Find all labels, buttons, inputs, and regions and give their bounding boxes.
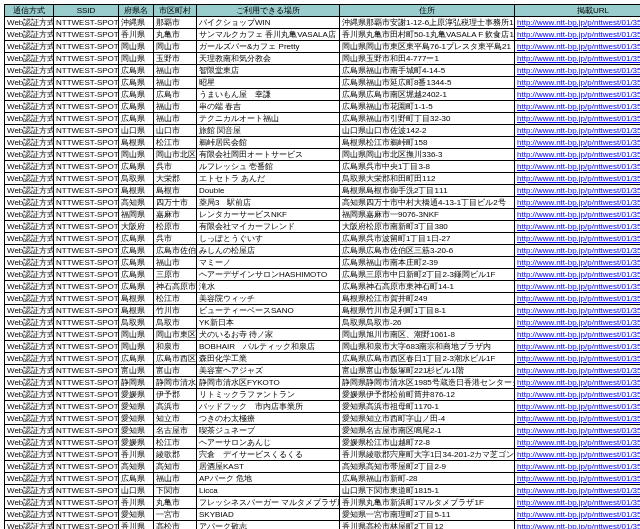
cell: Double — [197, 185, 340, 197]
table-row: Web認証方式NTTWEST-SPOT岡山県岡山市東区犬のいるお寺 待ノ家岡山県… — [5, 329, 641, 341]
url-link[interactable]: http://www.ntt-bp.jp/p/nttwest/01/35183 — [517, 210, 640, 219]
url-link[interactable]: http://www.ntt-bp.jp/p/nttwest/01/35179 — [517, 162, 640, 171]
cell: しっぽとうぐいす — [197, 233, 340, 245]
cell: NTTWEST-SPOT — [54, 329, 119, 341]
url-link[interactable]: http://www.ntt-bp.jp/p/nttwest/01/35168 — [517, 30, 640, 39]
cell: NTTWEST-SPOT — [54, 137, 119, 149]
url-link[interactable]: http://www.ntt-bp.jp/p/nttwest/01/35174 — [517, 102, 640, 111]
url-link[interactable]: http://www.ntt-bp.jp/p/nttwest/01/35208 — [517, 510, 640, 519]
cell-url: http://www.ntt-bp.jp/p/nttwest/01/35197 — [515, 377, 641, 389]
url-link[interactable]: http://www.ntt-bp.jp/p/nttwest/01/35184 — [517, 222, 640, 231]
cell: うまいもん屋 幸謙 — [197, 89, 340, 101]
cell-url: http://www.ntt-bp.jp/p/nttwest/01/35169 — [515, 41, 641, 53]
url-link[interactable]: http://www.ntt-bp.jp/p/nttwest/01/35181 — [517, 186, 640, 195]
cell: 岡山市北区 — [154, 149, 197, 161]
cell: Web認証方式 — [5, 185, 54, 197]
url-link[interactable]: http://www.ntt-bp.jp/p/nttwest/01/35176 — [517, 126, 640, 135]
cell: バイクショップWIN — [197, 17, 340, 29]
cell: 静岡市清水区FYKOTO — [197, 377, 340, 389]
cell: 薬局3 駅前店 — [197, 197, 340, 209]
cell: 広島県 — [119, 473, 154, 485]
url-link[interactable]: http://www.ntt-bp.jp/p/nttwest/01/35199 — [517, 402, 640, 411]
url-link[interactable]: http://www.ntt-bp.jp/p/nttwest/01/35202 — [517, 438, 640, 447]
url-link[interactable]: http://www.ntt-bp.jp/p/nttwest/01/35196 — [517, 366, 640, 375]
cell: 島根県松江市鵜峠町158 — [340, 137, 515, 149]
url-link[interactable]: http://www.ntt-bp.jp/p/nttwest/01/35175 — [517, 114, 640, 123]
url-link[interactable]: http://www.ntt-bp.jp/p/nttwest/01/35170 — [517, 54, 640, 63]
url-link[interactable]: http://www.ntt-bp.jp/p/nttwest/01/35190 — [517, 294, 640, 303]
cell: 広島県福山市花園町1-1-5 — [340, 101, 515, 113]
cell: Web認証方式 — [5, 197, 54, 209]
table-row: Web認証方式NTTWEST-SPOT広島県福山市智限堂東店広島県福山市南手城町… — [5, 65, 641, 77]
url-link[interactable]: http://www.ntt-bp.jp/p/nttwest/01/35200 — [517, 414, 640, 423]
url-link[interactable]: http://www.ntt-bp.jp/p/nttwest/01/35198 — [517, 390, 640, 399]
table-row: Web認証方式NTTWEST-SPOT広島県福山市APバーク 危地広島県福山市新… — [5, 473, 641, 485]
url-link[interactable]: http://www.ntt-bp.jp/p/nttwest/01/35191 — [517, 306, 640, 315]
table-row: Web認証方式NTTWEST-SPOT広島県福山市昭星広島県福山市延広町8番13… — [5, 77, 641, 89]
cell: ガールズバー&カフェ Pretty — [197, 41, 340, 53]
url-link[interactable]: http://www.ntt-bp.jp/p/nttwest/01/35180 — [517, 174, 640, 183]
url-link[interactable]: http://www.ntt-bp.jp/p/nttwest/01/35197 — [517, 378, 640, 387]
cell: 竹川市 — [154, 305, 197, 317]
cell-url: http://www.ntt-bp.jp/p/nttwest/01/35203 — [515, 449, 641, 461]
url-link[interactable]: http://www.ntt-bp.jp/p/nttwest/01/35177 — [517, 138, 640, 147]
url-link[interactable]: http://www.ntt-bp.jp/p/nttwest/01/35188 — [517, 270, 640, 279]
url-link[interactable]: http://www.ntt-bp.jp/p/nttwest/01/35192 — [517, 318, 640, 327]
url-link[interactable]: http://www.ntt-bp.jp/p/nttwest/01/35187 — [517, 258, 640, 267]
url-link[interactable]: http://www.ntt-bp.jp/p/nttwest/01/35178 — [517, 150, 640, 159]
cell: 富山市 — [154, 365, 197, 377]
cell-url: http://www.ntt-bp.jp/p/nttwest/01/35189 — [515, 281, 641, 293]
cell: 岡山県 — [119, 53, 154, 65]
cell: 福山市 — [154, 473, 197, 485]
url-link[interactable]: http://www.ntt-bp.jp/p/nttwest/01/35185 — [517, 234, 640, 243]
cell: NTTWEST-SPOT — [54, 17, 119, 29]
url-link[interactable]: http://www.ntt-bp.jp/p/nttwest/01/35209 — [517, 522, 640, 529]
cell: 島根県 — [119, 185, 154, 197]
cell: NTTWEST-SPOT — [54, 485, 119, 497]
url-link[interactable]: http://www.ntt-bp.jp/p/nttwest/01/35189 — [517, 282, 640, 291]
cell: 鳥取県大栄郡和田町田112 — [340, 173, 515, 185]
url-link[interactable]: http://www.ntt-bp.jp/p/nttwest/01/35204 — [517, 462, 640, 471]
table-row: Web認証方式NTTWEST-SPOT高知県高知市居酒屋KAST高知県高知市帯屋… — [5, 461, 641, 473]
url-link[interactable]: http://www.ntt-bp.jp/p/nttwest/01/35172 — [517, 78, 640, 87]
cell: 愛媛県松江市山越町72-8 — [340, 437, 515, 449]
url-link[interactable]: http://www.ntt-bp.jp/p/nttwest/01/35193 — [517, 330, 640, 339]
cell: 福山市 — [154, 101, 197, 113]
cell: 愛媛県 — [119, 437, 154, 449]
cell: NTTWEST-SPOT — [54, 29, 119, 41]
url-link[interactable]: http://www.ntt-bp.jp/p/nttwest/01/35173 — [517, 90, 640, 99]
cell: テクニカルオート福山 — [197, 113, 340, 125]
url-link[interactable]: http://www.ntt-bp.jp/p/nttwest/01/35207 — [517, 498, 640, 507]
header-cell: 住所 — [340, 5, 515, 17]
cell: NTTWEST-SPOT — [54, 377, 119, 389]
url-link[interactable]: http://www.ntt-bp.jp/p/nttwest/01/35169 — [517, 42, 640, 51]
url-link[interactable]: http://www.ntt-bp.jp/p/nttwest/01/35205 — [517, 474, 640, 483]
cell: Web認証方式 — [5, 161, 54, 173]
url-link[interactable]: http://www.ntt-bp.jp/p/nttwest/01/35194 — [517, 342, 640, 351]
url-link[interactable]: http://www.ntt-bp.jp/p/nttwest/01/35182 — [517, 198, 640, 207]
cell: 松江市 — [154, 293, 197, 305]
table-row: Web認証方式NTTWEST-SPOT広島県神石高原市滝水広島県神石高原市東神石… — [5, 281, 641, 293]
cell-url: http://www.ntt-bp.jp/p/nttwest/01/35174 — [515, 101, 641, 113]
url-link[interactable]: http://www.ntt-bp.jp/p/nttwest/01/35206 — [517, 486, 640, 495]
url-link[interactable]: http://www.ntt-bp.jp/p/nttwest/01/35171 — [517, 66, 640, 75]
cell: 香川県丸亀市田村町50-1丸亀VASALA F 飲食店11番 — [340, 29, 515, 41]
cell: 鵜峠居民会館 — [197, 137, 340, 149]
cell: 香川県 — [119, 521, 154, 530]
cell-url: http://www.ntt-bp.jp/p/nttwest/01/35178 — [515, 149, 641, 161]
cell-url: http://www.ntt-bp.jp/p/nttwest/01/35181 — [515, 185, 641, 197]
url-link[interactable]: http://www.ntt-bp.jp/p/nttwest/01/35201 — [517, 426, 640, 435]
cell: 広島県福山市南本庄町2-39 — [340, 257, 515, 269]
cell: 広島県 — [119, 281, 154, 293]
cell: NTTWEST-SPOT — [54, 353, 119, 365]
url-link[interactable]: http://www.ntt-bp.jp/p/nttwest/01/35203 — [517, 450, 640, 459]
url-link[interactable]: http://www.ntt-bp.jp/p/nttwest/01/35195 — [517, 354, 640, 363]
cell: 広島県 — [119, 101, 154, 113]
cell: NTTWEST-SPOT — [54, 317, 119, 329]
cell: 島根県松江市賀井町249 — [340, 293, 515, 305]
cell: バッドフック 市内店事業所 — [197, 401, 340, 413]
cell-url: http://www.ntt-bp.jp/p/nttwest/01/35207 — [515, 497, 641, 509]
table-row: Web認証方式NTTWEST-SPOT広島県福山市テクニカルオート福山広島県福山… — [5, 113, 641, 125]
url-link[interactable]: http://www.ntt-bp.jp/p/nttwest/01/35186 — [517, 246, 640, 255]
url-link[interactable]: http://www.ntt-bp.jp/p/nttwest/01/35167 — [517, 18, 640, 27]
